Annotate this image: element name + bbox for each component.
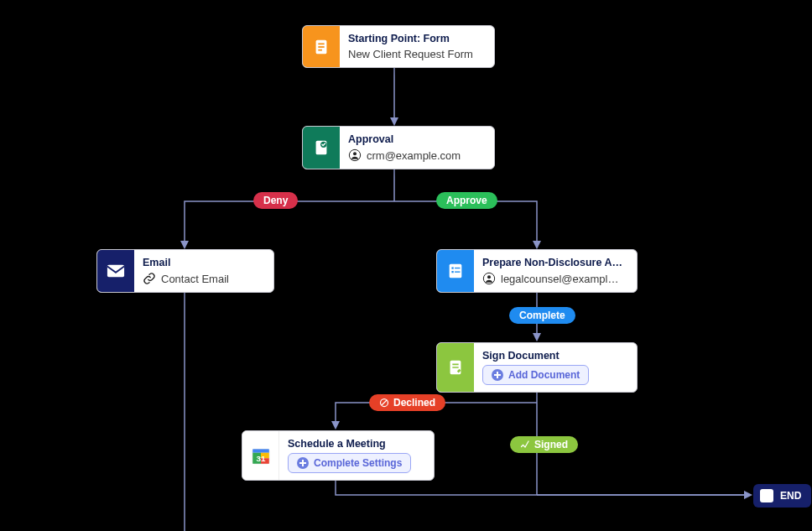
- form-icon: [303, 26, 340, 67]
- svg-rect-18: [451, 267, 453, 268]
- approval-icon: [303, 127, 340, 169]
- badge-declined: Declined: [369, 394, 445, 411]
- svg-rect-19: [455, 268, 460, 268]
- svg-text:31: 31: [256, 454, 265, 463]
- node-email[interactable]: Email Contact Email: [96, 249, 274, 293]
- link-icon: [143, 272, 156, 285]
- node-sign-document[interactable]: Sign Document Add Document: [436, 342, 638, 393]
- svg-line-32: [382, 400, 387, 405]
- calendar-icon: 31: [242, 431, 279, 480]
- user-icon: [482, 272, 496, 285]
- node-approval[interactable]: Approval crm@example.com: [302, 126, 495, 169]
- node-prepare-nda[interactable]: Prepare Non-Disclosure Agr… legalcounsel…: [436, 249, 638, 293]
- node-subtitle: Contact Email: [143, 272, 229, 285]
- node-subtitle: New Client Request Form: [348, 48, 473, 60]
- workflow-canvas: Starting Point: Form New Client Request …: [0, 0, 812, 531]
- svg-rect-16: [107, 265, 124, 278]
- node-title: Prepare Non-Disclosure Agr…: [482, 257, 623, 268]
- task-list-icon: [437, 250, 474, 292]
- declined-icon: [379, 398, 389, 408]
- node-schedule-meeting[interactable]: 31 Schedule a Meeting Complete Settings: [242, 430, 435, 481]
- signed-icon: [520, 440, 530, 450]
- node-title: Schedule a Meeting: [288, 438, 411, 450]
- svg-point-23: [487, 275, 491, 279]
- end-label: END: [780, 490, 801, 502]
- plus-icon: [297, 457, 309, 469]
- svg-rect-17: [450, 264, 462, 279]
- node-title: Sign Document: [482, 350, 589, 362]
- badge-approve: Approve: [436, 192, 497, 209]
- node-end[interactable]: END: [753, 484, 811, 508]
- node-title: Approval: [348, 133, 461, 145]
- badge-deny: Deny: [253, 192, 298, 209]
- add-document-button[interactable]: Add Document: [482, 365, 589, 385]
- svg-point-15: [353, 152, 357, 155]
- node-subtitle: legalcounsel@exampl…: [482, 272, 623, 285]
- svg-rect-9: [318, 43, 324, 44]
- badge-complete: Complete: [509, 307, 575, 324]
- sign-document-icon: [437, 343, 474, 392]
- node-title: Email: [143, 257, 229, 268]
- user-icon: [348, 148, 362, 162]
- plus-icon: [492, 369, 503, 381]
- svg-rect-10: [318, 46, 324, 48]
- badge-signed: Signed: [510, 436, 578, 453]
- svg-rect-11: [318, 49, 322, 50]
- complete-settings-button[interactable]: Complete Settings: [288, 453, 411, 473]
- node-title: Starting Point: Form: [348, 33, 473, 44]
- svg-rect-26: [252, 449, 269, 452]
- stop-icon: [760, 489, 773, 502]
- node-start-form[interactable]: Starting Point: Form New Client Request …: [302, 25, 495, 68]
- svg-rect-21: [455, 271, 460, 272]
- email-icon: [97, 250, 134, 292]
- svg-rect-20: [451, 271, 453, 273]
- node-subtitle: crm@example.com: [348, 148, 461, 162]
